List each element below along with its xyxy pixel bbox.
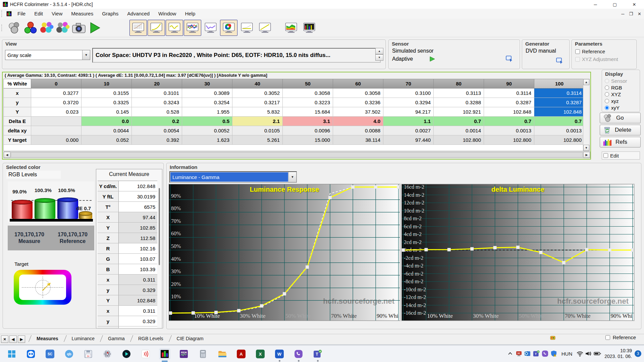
radio-xyz[interactable] <box>605 99 609 103</box>
table-cell[interactable]: 0.3114 <box>534 88 585 98</box>
menu-edit[interactable]: Edit <box>30 9 47 19</box>
viber-taskbar-icon[interactable] <box>293 348 304 360</box>
line-chart-button[interactable] <box>202 20 219 36</box>
radio-RGB[interactable] <box>605 85 609 90</box>
table-cell[interactable]: 0.3217 <box>232 98 283 107</box>
table-cell[interactable]: 102.800 <box>484 135 534 145</box>
battery-icon[interactable] <box>593 349 602 358</box>
menu-view[interactable]: View <box>47 9 67 19</box>
tab-rgb-levels[interactable]: RGB Levels <box>131 335 170 341</box>
table-cell[interactable]: 0.0027 <box>383 126 434 135</box>
multi-balls-icon[interactable] <box>55 20 71 35</box>
menu-window[interactable]: Window <box>154 9 180 19</box>
table-cell[interactable]: 0.528 <box>132 107 182 117</box>
table-horizontal-scrollbar[interactable]: ◀ ▶ <box>3 152 590 158</box>
table-cell[interactable]: 0.0013 <box>534 126 585 135</box>
table-cell[interactable]: 0.0 <box>82 117 132 126</box>
table-cell[interactable]: 4.0 <box>333 117 383 126</box>
stacked-area-button[interactable] <box>282 20 300 36</box>
radio-XYZ[interactable] <box>605 92 609 97</box>
table-cell[interactable]: 102.800 <box>534 135 585 145</box>
table-cell[interactable] <box>31 126 82 135</box>
table-cell[interactable]: 0.000 <box>31 135 82 145</box>
current-measure-scrollbar[interactable] <box>159 188 160 265</box>
table-cell[interactable]: 0.7 <box>434 117 484 126</box>
table-cell[interactable]: 0.3223 <box>283 98 333 107</box>
mdi-restore-icon[interactable]: ❐ <box>629 11 633 16</box>
table-cell[interactable]: 0.3058 <box>283 88 333 98</box>
refs-button[interactable]: Refs <box>600 137 641 147</box>
tab-cie-diagram[interactable]: CIE Diagram <box>170 335 210 341</box>
reference-checkbox-row[interactable]: Reference <box>575 49 618 54</box>
screenconnect-taskbar-icon[interactable]: SC <box>44 348 56 360</box>
table-cell[interactable]: 0.3720 <box>31 98 82 107</box>
tab-gamma[interactable]: Gamma <box>101 335 131 341</box>
camera-icon[interactable] <box>71 20 87 35</box>
viber-tray-icon[interactable] <box>541 349 549 358</box>
table-cell[interactable]: 0.0105 <box>232 126 283 135</box>
wave-chart-button[interactable] <box>166 20 183 36</box>
table-cell[interactable]: 0.0052 <box>182 126 232 135</box>
scroll-right-icon[interactable]: ▶ <box>583 152 590 158</box>
table-cell[interactable]: 0.3100 <box>383 88 434 98</box>
spinner-down-icon[interactable]: ▼ <box>375 54 383 61</box>
play-icon[interactable] <box>87 20 103 35</box>
save-taskbar-icon[interactable]: 64 <box>83 348 94 360</box>
xyz-adjustment-checkbox[interactable] <box>575 57 580 62</box>
chevron-down-icon[interactable]: ▼ <box>288 172 296 182</box>
dark-bars-button[interactable] <box>301 20 318 36</box>
table-cell[interactable]: 0.3114 <box>484 88 534 98</box>
table-cell[interactable]: 0.3294 <box>383 98 434 107</box>
table-cell[interactable]: 0.5 <box>182 117 232 126</box>
speaker-icon[interactable] <box>584 349 593 358</box>
table-cell[interactable]: 0.3277 <box>31 88 82 98</box>
table-cell[interactable]: 102.800 <box>434 135 484 145</box>
table-cell[interactable]: 0.3236 <box>333 98 383 107</box>
table-cell[interactable]: 0.145 <box>82 107 132 117</box>
hcfr-taskbar-icon[interactable] <box>159 348 170 360</box>
explorer-taskbar-icon[interactable] <box>216 348 228 360</box>
excel-taskbar-icon[interactable]: X <box>255 348 266 360</box>
table-cell[interactable]: 0.3101 <box>132 88 182 98</box>
edit-toggle[interactable]: Edit <box>602 152 640 160</box>
grid-chart-button[interactable] <box>129 20 147 36</box>
gray-spheres-icon[interactable] <box>6 20 22 35</box>
table-cell[interactable]: 5.832 <box>232 107 283 117</box>
table-vertical-scrollbar[interactable]: ▲ ▼ <box>583 79 590 151</box>
color-balls-icon[interactable] <box>39 20 55 35</box>
audio-waves-taskbar-icon[interactable] <box>140 348 151 360</box>
wifi-icon[interactable] <box>576 349 584 358</box>
table-cell[interactable]: 0.3052 <box>232 88 283 98</box>
table-cell[interactable]: 97.440 <box>383 135 434 145</box>
display-option-xyz[interactable]: XYZ <box>605 91 627 98</box>
maximize-button[interactable]: ▢ <box>605 0 625 9</box>
menu-measures[interactable]: Measures <box>67 9 98 19</box>
reference-checkbox[interactable] <box>575 49 580 54</box>
delete-button[interactable]: Delete <box>600 125 641 135</box>
close-view-button[interactable]: ✕ <box>1 336 8 343</box>
table-cell[interactable]: 0.7 <box>484 117 534 126</box>
table-cell[interactable]: 1.955 <box>182 107 232 117</box>
table-cell[interactable]: 5.261 <box>232 135 283 145</box>
scroll-down-icon[interactable]: ▼ <box>583 145 589 151</box>
table-cell[interactable]: 0.2 <box>132 117 182 126</box>
menu-file[interactable]: File <box>13 9 30 19</box>
table-cell[interactable]: 1.1 <box>383 117 434 126</box>
acrobat-taskbar-icon[interactable]: A <box>235 348 247 360</box>
table-cell[interactable]: 0.3058 <box>333 88 383 98</box>
calculator-taskbar-icon[interactable] <box>197 348 209 360</box>
table-cell[interactable]: 1.623 <box>182 135 232 145</box>
security-shield-icon[interactable] <box>549 349 558 358</box>
table-cell[interactable]: 0.3243 <box>132 98 182 107</box>
table-cell[interactable]: 102.848 <box>534 107 585 117</box>
rew-taskbar-icon[interactable]: REW <box>178 348 190 360</box>
table-cell[interactable]: 94.217 <box>383 107 434 117</box>
generator-config-icon[interactable] <box>556 57 564 65</box>
table-cell[interactable]: 15.684 <box>283 107 333 117</box>
table-cell[interactable]: 0.3288 <box>434 98 484 107</box>
screenconnect-tray-icon[interactable]: SC <box>515 349 523 358</box>
radio-xyY[interactable] <box>605 106 609 110</box>
table-cell[interactable]: 0.0014 <box>434 126 484 135</box>
table-cell[interactable]: 2.1 <box>232 117 283 126</box>
table-cell[interactable]: 0.023 <box>31 107 82 117</box>
